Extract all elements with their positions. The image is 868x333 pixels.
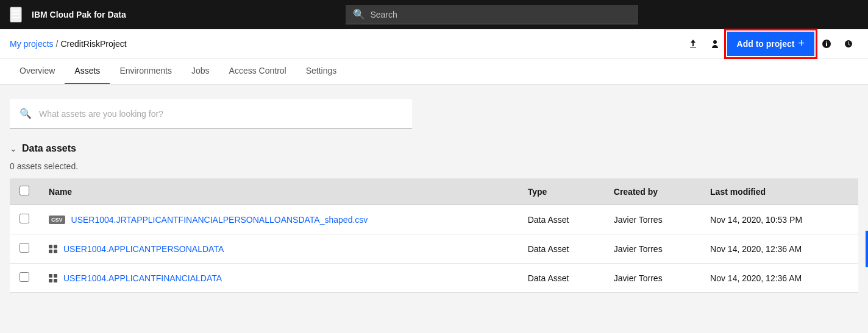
info-button[interactable] [817,34,836,54]
row-select-checkbox-1[interactable] [20,214,29,223]
select-all-checkbox-header[interactable] [10,178,39,205]
tab-overview[interactable]: Overview [10,58,65,84]
breadcrumb-separator: / [56,39,59,49]
upload-button[interactable] [683,34,703,54]
user-icon [710,39,720,49]
row-last-modified-3: Nov 14, 2020, 12:36 AM [700,264,858,293]
data-assets-title: Data assets [22,143,76,154]
row-select-checkbox-3[interactable] [20,272,29,282]
created-by-column-header: Created by [604,178,700,205]
grid-icon [49,274,57,282]
tab-assets[interactable]: Assets [65,58,110,84]
type-column-header: Type [518,178,604,205]
table-row: USER1004.APPLICANTPERSONALDATA Data Asse… [10,234,858,264]
breadcrumb-current-project: CreditRiskProject [60,39,126,49]
info-icon [822,39,831,49]
row-checkbox-3[interactable] [10,264,39,293]
table-row: CSV USER1004.JRTAPPLICANTFINANCIALPERSON… [10,205,858,234]
asset-link-2[interactable]: USER1004.APPLICANTPERSONALDATA [63,244,224,254]
row-type-1: Data Asset [518,205,604,234]
name-column-header: Name [39,178,518,205]
main-content: 🔍 ⌄ Data assets 0 assets selected. Name … [0,85,868,328]
select-all-checkbox[interactable] [20,186,29,195]
asset-search-container: 🔍 [10,99,412,128]
global-search-bar: 🔍 [346,5,638,24]
row-checkbox-2[interactable] [10,234,39,264]
asset-link-3[interactable]: USER1004.APPLICANTFINANCIALDATA [63,273,222,283]
table-header-row: Name Type Created by Last modified [10,178,858,205]
row-checkbox-1[interactable] [10,205,39,234]
add-to-project-label: Add to project [737,39,795,49]
breadcrumb: My projects / CreditRiskProject [10,39,678,49]
hamburger-menu-button[interactable]: ☰ [10,7,22,23]
history-icon [844,39,853,49]
tab-jobs[interactable]: Jobs [182,58,219,84]
history-button[interactable] [839,34,858,54]
plus-icon: + [798,37,805,50]
tab-bar: OverviewAssetsEnvironmentsJobsAccess Con… [0,58,868,85]
last-modified-column-header: Last modified [700,178,858,205]
assets-table: Name Type Created by Last modified CSV U… [10,178,858,293]
user-access-button[interactable] [705,34,725,54]
tab-environments[interactable]: Environments [110,58,182,84]
row-created-by-3: Javier Torres [604,264,700,293]
row-created-by-2: Javier Torres [604,234,700,264]
asset-link-1[interactable]: USER1004.JRTAPPLICANTFINANCIALPERSONALLO… [71,215,368,225]
row-name-cell-2: USER1004.APPLICANTPERSONALDATA [39,234,518,264]
upload-icon [688,39,698,49]
row-name-cell-1: CSV USER1004.JRTAPPLICANTFINANCIALPERSON… [39,205,518,234]
row-select-checkbox-2[interactable] [20,243,29,253]
tab-settings[interactable]: Settings [296,58,347,84]
row-type-2: Data Asset [518,234,604,264]
tab-access-control[interactable]: Access Control [219,58,296,84]
app-title: IBM Cloud Pak for Data [32,10,126,19]
right-sidebar-indicator [866,231,868,267]
sub-header-actions: Add to project + [683,32,858,56]
row-created-by-1: Javier Torres [604,205,700,234]
row-last-modified-2: Nov 14, 2020, 12:36 AM [700,234,858,264]
asset-search-icon: 🔍 [20,108,32,119]
add-to-project-button[interactable]: Add to project + [727,32,814,56]
selected-count-label: 0 assets selected. [10,161,858,171]
breadcrumb-projects-link[interactable]: My projects [10,39,54,49]
collapse-chevron-icon[interactable]: ⌄ [10,144,17,153]
data-assets-section-header: ⌄ Data assets [10,143,858,154]
sub-header: My projects / CreditRiskProject Add to p… [0,29,868,58]
row-name-cell-3: USER1004.APPLICANTFINANCIALDATA [39,264,518,293]
search-input[interactable] [370,10,631,19]
table-row: USER1004.APPLICANTFINANCIALDATA Data Ass… [10,264,858,293]
search-icon: 🔍 [353,9,365,20]
top-navigation: ☰ IBM Cloud Pak for Data 🔍 [0,0,868,29]
grid-icon [49,245,57,253]
asset-search-input[interactable] [39,109,402,119]
file-type-badge: CSV [49,216,65,224]
row-last-modified-1: Nov 14, 2020, 10:53 PM [700,205,858,234]
row-type-3: Data Asset [518,264,604,293]
